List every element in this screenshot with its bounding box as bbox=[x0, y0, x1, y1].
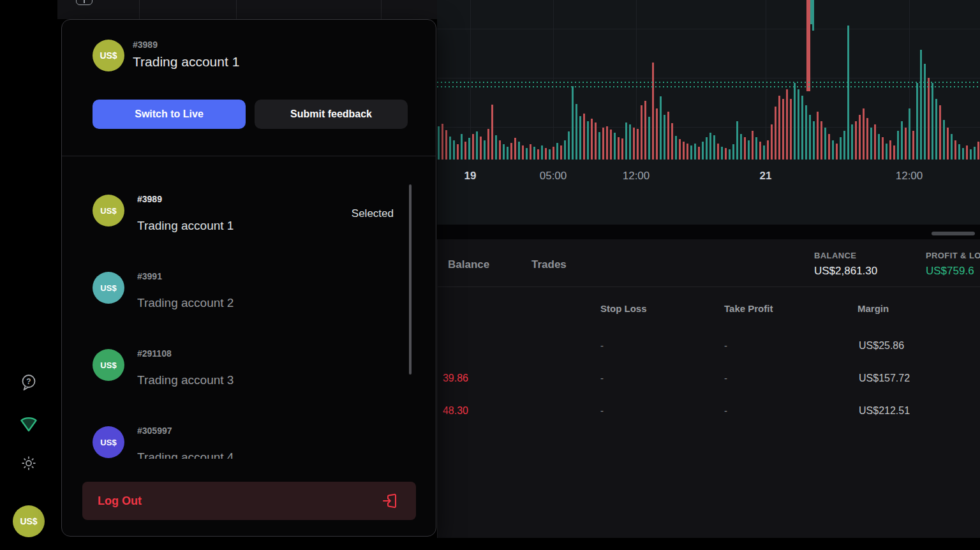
row-margin: US$157.72 bbox=[859, 373, 910, 384]
panel-divider bbox=[438, 286, 980, 287]
settings-gear-icon[interactable] bbox=[20, 455, 37, 474]
time-axis-label: 12:00 bbox=[623, 170, 650, 182]
column-stop-loss: Stop Loss bbox=[600, 303, 647, 314]
table-row[interactable]: 48.30 - - US$212.51 bbox=[438, 405, 980, 420]
time-axis-label: 19 bbox=[464, 170, 477, 182]
account-id: #291108 bbox=[137, 348, 172, 359]
balance-stat: BALANCE US$2,861.30 bbox=[814, 251, 877, 278]
toolbar-divider bbox=[381, 0, 382, 19]
row-stop-loss: - bbox=[600, 340, 604, 351]
chart-horizontal-scrollbar bbox=[437, 225, 980, 239]
account-avatar: US$ bbox=[93, 195, 124, 227]
help-icon[interactable]: ? bbox=[20, 373, 38, 394]
account-avatar: US$ bbox=[93, 40, 124, 71]
time-axis-label: 05:00 bbox=[540, 170, 567, 182]
account-id: #305997 bbox=[137, 426, 172, 436]
account-name: Trading account 4 bbox=[137, 450, 234, 459]
sidebar: ? US$ bbox=[0, 0, 57, 550]
time-axis-label: 12:00 bbox=[896, 170, 923, 182]
svg-text:?: ? bbox=[26, 377, 31, 386]
tab-balance[interactable]: Balance bbox=[448, 258, 489, 271]
row-margin: US$25.86 bbox=[859, 340, 904, 352]
row-stop-loss: - bbox=[600, 373, 604, 383]
account-name: Trading account 1 bbox=[133, 54, 239, 70]
connection-status-icon bbox=[19, 414, 38, 435]
account-avatar: US$ bbox=[93, 272, 124, 304]
row-take-profit: - bbox=[724, 373, 727, 383]
account-list-item[interactable]: US$ #305997 Trading account 4 bbox=[62, 417, 436, 459]
column-take-profit: Take Profit bbox=[724, 303, 773, 314]
account-list-item[interactable]: US$ #3989 Trading account 1 Selected bbox=[62, 186, 436, 256]
account-list: US$ #3989 Trading account 1 Selected US$… bbox=[62, 156, 436, 459]
tab-trades[interactable]: Trades bbox=[531, 258, 567, 271]
top-toolbar bbox=[57, 0, 437, 19]
account-name: Trading account 3 bbox=[137, 373, 234, 387]
list-scrollbar-thumb[interactable] bbox=[409, 184, 412, 375]
toolbar-divider bbox=[139, 0, 140, 19]
profit-loss-value: US$759.6 bbox=[926, 265, 980, 278]
account-list-item[interactable]: US$ #3991 Trading account 2 bbox=[62, 263, 436, 333]
row-take-profit: - bbox=[724, 405, 727, 416]
switch-to-live-button[interactable]: Switch to Live bbox=[93, 100, 246, 129]
table-row[interactable]: - - US$25.86 bbox=[438, 340, 980, 355]
account-avatar: US$ bbox=[93, 349, 124, 381]
log-out-label: Log Out bbox=[98, 494, 142, 507]
toolbar-divider bbox=[236, 0, 237, 19]
log-out-button[interactable]: Log Out bbox=[82, 482, 416, 520]
account-avatar: US$ bbox=[93, 426, 124, 458]
row-stop-loss: - bbox=[600, 405, 604, 416]
row-take-profit: - bbox=[724, 340, 727, 351]
account-id: #3989 bbox=[137, 194, 162, 204]
balance-label: BALANCE bbox=[814, 251, 877, 260]
profit-loss-label: PROFIT & LOSS bbox=[926, 251, 980, 260]
row-margin: US$212.51 bbox=[859, 405, 910, 417]
user-avatar[interactable]: US$ bbox=[13, 505, 45, 537]
log-out-icon bbox=[382, 493, 398, 511]
profit-loss-stat: PROFIT & LOSS US$759.6 bbox=[926, 251, 980, 278]
account-id: #3989 bbox=[133, 40, 158, 50]
account-name: Trading account 2 bbox=[137, 296, 234, 310]
column-margin: Margin bbox=[858, 303, 889, 314]
account-list-item[interactable]: US$ #291108 Trading account 3 bbox=[62, 340, 436, 410]
table-row[interactable]: 39.86 - - US$157.72 bbox=[438, 373, 980, 388]
account-name: Trading account 1 bbox=[137, 219, 234, 233]
account-id: #3991 bbox=[137, 271, 162, 281]
positions-panel: Balance Trades BALANCE US$2,861.30 PROFI… bbox=[437, 239, 980, 538]
user-avatar-label: US$ bbox=[20, 516, 37, 526]
time-axis-label: 21 bbox=[760, 170, 772, 182]
avatar-label: US$ bbox=[100, 50, 117, 61]
chart-scrollbar-thumb[interactable] bbox=[932, 232, 975, 235]
toolbar-tool-icon[interactable] bbox=[76, 0, 93, 5]
account-switcher-panel: US$ #3989 Trading account 1 Switch to Li… bbox=[61, 19, 436, 537]
balance-value: US$2,861.30 bbox=[814, 265, 877, 278]
volume-bars bbox=[437, 0, 980, 160]
selected-badge: Selected bbox=[352, 207, 394, 220]
submit-feedback-button[interactable]: Submit feedback bbox=[255, 100, 408, 129]
price-volume-chart: 1905:0012:002112:00 bbox=[437, 0, 980, 225]
